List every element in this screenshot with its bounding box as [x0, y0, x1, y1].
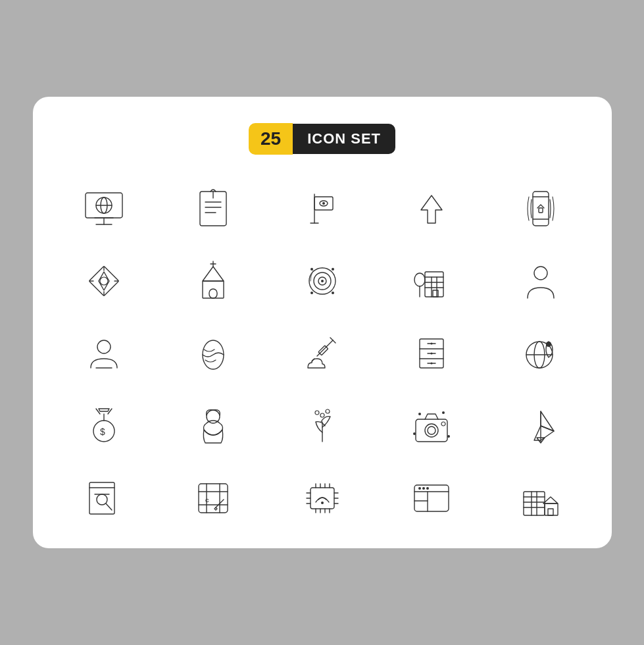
city-tree-icon	[380, 251, 483, 311]
svg-rect-138	[545, 503, 558, 515]
easter-egg-icon	[162, 323, 264, 384]
smart-home-mobile-icon	[489, 178, 592, 239]
person-icon	[489, 251, 592, 311]
svg-marker-30	[203, 267, 224, 281]
svg-rect-109	[310, 488, 334, 509]
medal-icon: $	[53, 396, 155, 456]
user-icon	[53, 323, 155, 384]
svg-point-91	[447, 435, 450, 438]
svg-marker-78	[99, 409, 109, 411]
svg-marker-139	[543, 497, 558, 503]
camera-icon	[380, 396, 483, 456]
svg-text:$: $	[100, 426, 105, 437]
svg-rect-21	[539, 208, 543, 213]
svg-point-86	[428, 426, 435, 434]
svg-marker-17	[421, 195, 442, 223]
svg-point-39	[332, 268, 334, 271]
main-card: 25 ICON SET	[33, 97, 612, 548]
chip-wifi-icon	[271, 468, 374, 529]
plant-icon	[271, 396, 374, 456]
svg-rect-42	[425, 272, 443, 297]
cabinet-icon	[380, 323, 483, 384]
svg-marker-108	[214, 507, 217, 510]
svg-point-38	[310, 268, 313, 271]
svg-point-89	[442, 411, 445, 414]
globe-monitor-icon	[53, 178, 155, 239]
svg-point-83	[320, 413, 324, 417]
arrow-up-icon	[380, 178, 483, 239]
svg-point-52	[97, 340, 111, 353]
target-icon	[271, 251, 374, 311]
building-home-icon	[489, 468, 592, 529]
svg-line-57	[330, 338, 333, 340]
svg-rect-84	[416, 419, 447, 442]
svg-point-66	[430, 343, 432, 345]
gem-diamond-icon	[53, 251, 155, 311]
svg-point-68	[430, 363, 432, 365]
svg-point-24	[100, 277, 108, 285]
header: 25 ICON SET	[53, 123, 592, 155]
book-search-icon	[53, 468, 155, 529]
window-layout-icon	[380, 468, 483, 529]
svg-text:C: C	[205, 498, 209, 503]
svg-rect-132	[524, 492, 545, 515]
icon-grid: $	[53, 178, 592, 529]
flag-eye-icon	[271, 178, 374, 239]
svg-point-49	[414, 273, 425, 286]
svg-point-67	[430, 353, 432, 355]
woman-icon	[162, 396, 264, 456]
svg-point-41	[310, 292, 313, 294]
svg-rect-33	[209, 289, 217, 298]
svg-point-40	[332, 292, 334, 294]
document-edit-icon	[162, 178, 264, 239]
svg-point-88	[418, 413, 421, 415]
svg-point-82	[326, 409, 330, 413]
svg-rect-29	[203, 281, 224, 298]
svg-rect-101	[199, 484, 228, 513]
svg-point-131	[426, 487, 429, 490]
svg-point-37	[321, 280, 324, 282]
badge-title: ICON SET	[293, 124, 395, 154]
svg-point-130	[422, 487, 425, 490]
svg-point-15	[322, 202, 325, 205]
svg-point-124	[321, 502, 324, 504]
sail-arrow-icon	[489, 396, 592, 456]
svg-point-72	[546, 342, 551, 347]
svg-rect-48	[433, 290, 438, 297]
badge-number: 25	[249, 123, 293, 155]
syringe-cloud-icon	[271, 323, 374, 384]
svg-point-87	[441, 422, 445, 426]
svg-point-85	[425, 424, 438, 437]
svg-rect-140	[548, 509, 553, 515]
globe-location-icon	[489, 323, 592, 384]
svg-point-90	[413, 432, 416, 435]
svg-point-51	[534, 267, 547, 280]
svg-point-129	[418, 487, 421, 490]
svg-line-99	[106, 503, 112, 510]
svg-point-81	[315, 411, 319, 415]
svg-line-56	[333, 340, 335, 343]
content-box-icon: C	[162, 468, 264, 529]
church-icon	[162, 251, 264, 311]
